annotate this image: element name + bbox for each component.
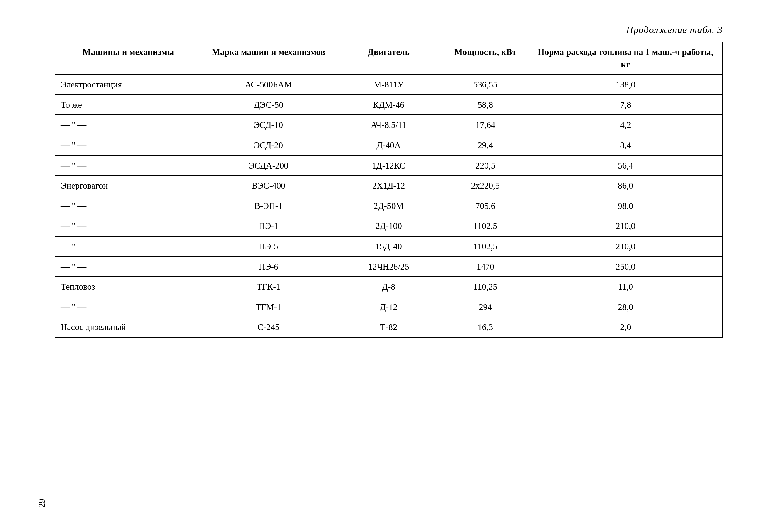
cell-brand: ПЭ-6 bbox=[202, 257, 336, 277]
header-power: Мощность, кВт bbox=[442, 42, 529, 74]
cell-engine: Д-8 bbox=[335, 277, 442, 297]
cell-brand: В-ЭП-1 bbox=[202, 196, 336, 216]
cell-power: 1102,5 bbox=[442, 236, 529, 257]
cell-brand: ЭСД-20 bbox=[202, 135, 336, 155]
cell-machines: — " — bbox=[55, 216, 202, 236]
cell-norm: 56,4 bbox=[529, 155, 722, 176]
cell-norm: 2,0 bbox=[529, 317, 722, 337]
table-row: — " —В-ЭП-12Д-50М705,698,0 bbox=[55, 196, 722, 216]
cell-norm: 138,0 bbox=[529, 74, 722, 95]
cell-engine: 2Д-100 bbox=[335, 216, 442, 236]
table-row: — " —ПЭ-515Д-401102,5210,0 bbox=[55, 236, 722, 257]
cell-engine: АЧ-8,5/11 bbox=[335, 115, 442, 135]
cell-engine: 2Х1Д-12 bbox=[335, 176, 442, 196]
cell-brand: ТГК-1 bbox=[202, 277, 336, 297]
cell-power: 58,8 bbox=[442, 95, 529, 115]
cell-norm: 8,4 bbox=[529, 135, 722, 155]
cell-power: 1102,5 bbox=[442, 216, 529, 236]
cell-machines: Насос дизельный bbox=[55, 317, 202, 337]
cell-norm: 7,8 bbox=[529, 95, 722, 115]
cell-machines: — " — bbox=[55, 196, 202, 216]
cell-machines: То же bbox=[55, 95, 202, 115]
cell-machines: — " — bbox=[55, 135, 202, 155]
table-row: — " —ЭСД-20Д-40А29,48,4 bbox=[55, 135, 722, 155]
cell-power: 220,5 bbox=[442, 155, 529, 176]
cell-power: 17,64 bbox=[442, 115, 529, 135]
cell-machines: — " — bbox=[55, 297, 202, 317]
cell-brand: ВЭС-400 bbox=[202, 176, 336, 196]
table-header-row: Машины и механизмы Марка машин и механиз… bbox=[55, 42, 722, 74]
page: Продолжение табл. 3 Машины и механизмы М… bbox=[0, 0, 759, 532]
page-number: 29 bbox=[36, 499, 47, 508]
cell-brand: АС-500БАМ bbox=[202, 74, 336, 95]
header-engine: Двигатель bbox=[335, 42, 442, 74]
cell-engine: 12ЧН26/25 bbox=[335, 257, 442, 277]
cell-engine: Т-82 bbox=[335, 317, 442, 337]
cell-norm: 98,0 bbox=[529, 196, 722, 216]
cell-brand: ПЭ-1 bbox=[202, 216, 336, 236]
header-brand: Марка машин и механизмов bbox=[202, 42, 336, 74]
cell-machines: — " — bbox=[55, 236, 202, 257]
cell-power: 705,6 bbox=[442, 196, 529, 216]
table-row: ЭнерговагонВЭС-4002Х1Д-122х220,586,0 bbox=[55, 176, 722, 196]
cell-power: 110,25 bbox=[442, 277, 529, 297]
cell-norm: 28,0 bbox=[529, 297, 722, 317]
table-row: — " —ЭСДА-2001Д-12КС220,556,4 bbox=[55, 155, 722, 176]
cell-engine: 15Д-40 bbox=[335, 236, 442, 257]
cell-norm: 210,0 bbox=[529, 216, 722, 236]
main-table: Машины и механизмы Марка машин и механиз… bbox=[55, 42, 723, 338]
cell-machines: Электростанция bbox=[55, 74, 202, 95]
cell-norm: 250,0 bbox=[529, 257, 722, 277]
cell-brand: ЭСД-10 bbox=[202, 115, 336, 135]
cell-engine: Д-40А bbox=[335, 135, 442, 155]
cell-machines: Тепловоз bbox=[55, 277, 202, 297]
cell-engine: Д-12 bbox=[335, 297, 442, 317]
table-row: ТепловозТГК-1Д-8110,2511,0 bbox=[55, 277, 722, 297]
cell-engine: 2Д-50М bbox=[335, 196, 442, 216]
cell-engine: КДМ-46 bbox=[335, 95, 442, 115]
cell-power: 536,55 bbox=[442, 74, 529, 95]
cell-brand: ЭСДА-200 bbox=[202, 155, 336, 176]
cell-engine: 1Д-12КС bbox=[335, 155, 442, 176]
table-row: То жеДЭС-50КДМ-4658,87,8 bbox=[55, 95, 722, 115]
cell-machines: — " — bbox=[55, 115, 202, 135]
cell-brand: ТГМ-1 bbox=[202, 297, 336, 317]
table-row: ЭлектростанцияАС-500БАММ-811У536,55138,0 bbox=[55, 74, 722, 95]
table-row: — " —ЭСД-10АЧ-8,5/1117,644,2 bbox=[55, 115, 722, 135]
cell-power: 294 bbox=[442, 297, 529, 317]
cell-norm: 86,0 bbox=[529, 176, 722, 196]
cell-machines: — " — bbox=[55, 155, 202, 176]
cell-brand: С-245 bbox=[202, 317, 336, 337]
table-row: — " —ПЭ-12Д-1001102,5210,0 bbox=[55, 216, 722, 236]
header-norm: Норма расхода топлива на 1 маш.-ч работы… bbox=[529, 42, 722, 74]
cell-machines: — " — bbox=[55, 257, 202, 277]
cell-norm: 11,0 bbox=[529, 277, 722, 297]
table-row: — " —ПЭ-612ЧН26/251470250,0 bbox=[55, 257, 722, 277]
cell-power: 29,4 bbox=[442, 135, 529, 155]
continuation-label: Продолжение табл. 3 bbox=[55, 24, 723, 35]
cell-norm: 210,0 bbox=[529, 236, 722, 257]
cell-engine: М-811У bbox=[335, 74, 442, 95]
cell-power: 2х220,5 bbox=[442, 176, 529, 196]
header-machines: Машины и механизмы bbox=[55, 42, 202, 74]
cell-brand: ДЭС-50 bbox=[202, 95, 336, 115]
cell-brand: ПЭ-5 bbox=[202, 236, 336, 257]
cell-machines: Энерговагон bbox=[55, 176, 202, 196]
cell-power: 1470 bbox=[442, 257, 529, 277]
table-row: — " —ТГМ-1Д-1229428,0 bbox=[55, 297, 722, 317]
cell-norm: 4,2 bbox=[529, 115, 722, 135]
table-row: Насос дизельныйС-245Т-8216,32,0 bbox=[55, 317, 722, 337]
cell-power: 16,3 bbox=[442, 317, 529, 337]
